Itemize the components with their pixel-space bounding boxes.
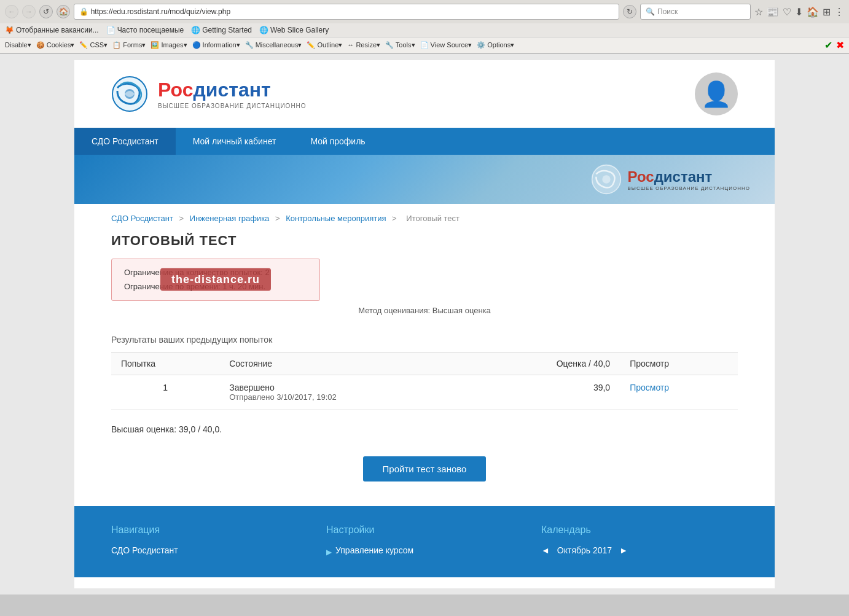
footer-calendar-title: Календарь [541, 524, 738, 536]
search-bar[interactable]: 🔍 Поиск [640, 4, 751, 20]
bookmark-vacancies[interactable]: 🦊 Отобранные вакансии... [5, 26, 99, 34]
footer-col-calendar: Календарь ◄ Октябрь 2017 ► [541, 524, 738, 559]
attempt-review-cell: Просмотр [620, 375, 738, 409]
download-icon[interactable]: ⬇ [795, 6, 803, 18]
logo-tagline: Высшее образование дистанционно [158, 103, 307, 109]
footer-settings-title: Настройки [326, 524, 523, 536]
devbar-information[interactable]: 🔵 Information▾ [192, 41, 240, 49]
results-table: Попытка Состояние Оценка / 40,0 Просмотр… [111, 352, 738, 410]
url-text: https://edu.rosdistant.ru/mod/quiz/view.… [91, 7, 230, 16]
devbar-resize[interactable]: ↔️ Resize▾ [347, 41, 380, 49]
devbar-outline[interactable]: ✏️ Outline▾ [307, 41, 342, 49]
footer-settings-course[interactable]: Управление курсом [335, 545, 413, 555]
state-completed: Завершено [229, 383, 463, 392]
settings-icon[interactable]: ⋮ [834, 6, 844, 18]
devbar-disable[interactable]: Disable▾ [5, 41, 31, 49]
logo-text-area: Росдистант Высшее образование дистанцион… [158, 79, 307, 109]
attempt-state: Завершено Отправлено 3/10/2017, 19:02 [219, 375, 473, 409]
col-review: Просмотр [620, 352, 738, 375]
bookmark-star-icon[interactable]: ☆ [754, 6, 763, 18]
page-icon: 📄 [106, 26, 115, 34]
bookmark-frequent[interactable]: 📄 Часто посещаемые [106, 26, 184, 34]
refresh-button[interactable]: ↻ [623, 5, 636, 18]
favorites-icon[interactable]: ♡ [783, 6, 791, 18]
logo-name-part2: дистант [193, 79, 270, 101]
devbar-forms[interactable]: 📋 Forms▾ [112, 41, 146, 49]
user-avatar[interactable]: 👤 [695, 72, 738, 115]
site-banner: Росдистант ВЫСШЕЕ ОБРАЗОВАНИЕ ДИСТАНЦИОН… [74, 155, 775, 204]
bookmark-getting-started[interactable]: 🌐 Getting Started [191, 26, 252, 34]
col-attempt: Попытка [111, 352, 219, 375]
nav-item-profile[interactable]: Мой профиль [293, 128, 382, 155]
breadcrumb-sdo[interactable]: СДО Росдистант [111, 214, 173, 223]
globe-icon: 🌐 [191, 26, 200, 34]
devbar-options[interactable]: ⚙️ Options▾ [477, 41, 514, 49]
site-header: Росдистант Высшее образование дистанцион… [74, 60, 775, 128]
svg-point-3 [602, 175, 610, 183]
calendar-prev-button[interactable]: ◄ [541, 545, 550, 555]
reload-button[interactable]: ↺ [39, 5, 53, 18]
site-footer: Навигация СДО Росдистант Настройки ▶ Упр… [74, 506, 775, 577]
quiz-info-box-wrapper: Ограничение на количество попыток: 2 Огр… [111, 259, 320, 301]
avatar-icon: 👤 [701, 80, 732, 109]
submitted-date: Отправлено 3/10/2017, 19:02 [229, 392, 463, 402]
footer-nav-title: Навигация [111, 524, 308, 536]
search-placeholder: Поиск [657, 7, 678, 16]
bookmark-web-slice[interactable]: 🌐 Web Slice Gallery [259, 26, 329, 34]
calendar-month: Октябрь 2017 [557, 545, 612, 555]
grading-label: Метод оценивания: [358, 306, 430, 315]
globe2-icon: 🌐 [259, 26, 268, 34]
breadcrumb-control[interactable]: Контрольные мероприятия [286, 214, 386, 223]
footer-arrow-icon: ▶ [326, 548, 332, 556]
breadcrumb: СДО Росдистант > Инженерная графика > Ко… [74, 204, 775, 228]
logo-name: Росдистант [158, 79, 307, 101]
footer-col-settings: Настройки ▶ Управление курсом [326, 524, 523, 559]
col-grade: Оценка / 40,0 [473, 352, 620, 375]
devbar-cookies[interactable]: 🍪 Cookies▾ [36, 41, 75, 49]
results-label: Результаты ваших предыдущих попыток [111, 335, 738, 345]
banner-logo-part2: дистант [654, 168, 713, 185]
grading-value: Высшая оценка [432, 306, 491, 315]
footer-nav-sdo[interactable]: СДО Росдистант [111, 545, 308, 555]
breadcrumb-sep3: > [392, 214, 399, 223]
devbar-tools[interactable]: 🔧 Tools▾ [385, 41, 415, 49]
calendar-next-button[interactable]: ► [619, 545, 628, 555]
devbar-ok-icon: ✔ [824, 39, 832, 51]
nav-item-sdo[interactable]: СДО Росдистант [74, 128, 176, 155]
banner-logo-part1: Рос [628, 168, 654, 185]
review-link[interactable]: Просмотр [630, 383, 669, 392]
col-state: Состояние [219, 352, 473, 375]
tabs-icon[interactable]: ⊞ [823, 6, 831, 18]
reading-view-icon[interactable]: 📰 [767, 6, 779, 18]
results-section: Результаты ваших предыдущих попыток Попы… [74, 325, 775, 419]
banner-logo: Росдистант ВЫСШЕЕ ОБРАЗОВАНИЕ ДИСТАНЦИОН… [591, 164, 750, 195]
home-nav-icon[interactable]: 🏠 [807, 6, 819, 18]
breadcrumb-graphics[interactable]: Инженерная графика [190, 214, 270, 223]
home-button[interactable]: 🏠 [57, 5, 70, 18]
devbar-view-source[interactable]: 📄 View Source▾ [420, 41, 472, 49]
banner-logo-icon [591, 164, 622, 195]
search-icon: 🔍 [646, 7, 655, 16]
forward-button[interactable]: → [22, 5, 36, 18]
banner-tagline: ВЫСШЕЕ ОБРАЗОВАНИЕ ДИСТАНЦИОННО [628, 185, 750, 191]
site-nav: СДО Росдистант Мой личный кабинет Мой пр… [74, 128, 775, 155]
logo-icon [111, 76, 148, 112]
watermark-overlay: the-distance.ru [160, 268, 271, 291]
nav-item-cabinet[interactable]: Мой личный кабинет [176, 128, 294, 155]
retry-button[interactable]: Пройти тест заново [363, 456, 487, 481]
devbar-css[interactable]: ✏️ CSS▾ [79, 41, 108, 49]
quiz-info: Ограничение на количество попыток: 2 Огр… [74, 259, 775, 315]
footer-course-management[interactable]: ▶ Управление курсом [326, 545, 523, 559]
back-button[interactable]: ← [5, 5, 18, 18]
devbar-miscellaneous[interactable]: 🔧 Miscellaneous▾ [245, 41, 302, 49]
attempt-number: 1 [111, 375, 219, 409]
breadcrumb-sep2: > [275, 214, 282, 223]
devbar-images[interactable]: 🖼️ Images▾ [151, 41, 187, 49]
firefox-icon: 🦊 [5, 26, 14, 34]
breadcrumb-sep1: > [179, 214, 186, 223]
breadcrumb-current: Итоговый тест [406, 214, 460, 223]
url-bar[interactable]: 🔒 https://edu.rosdistant.ru/mod/quiz/vie… [74, 4, 619, 20]
footer-col-navigation: Навигация СДО Росдистант [111, 524, 308, 559]
devbar-error-icon: ✖ [836, 39, 844, 51]
best-grade: Высшая оценка: 39,0 / 40,0. [74, 419, 775, 446]
